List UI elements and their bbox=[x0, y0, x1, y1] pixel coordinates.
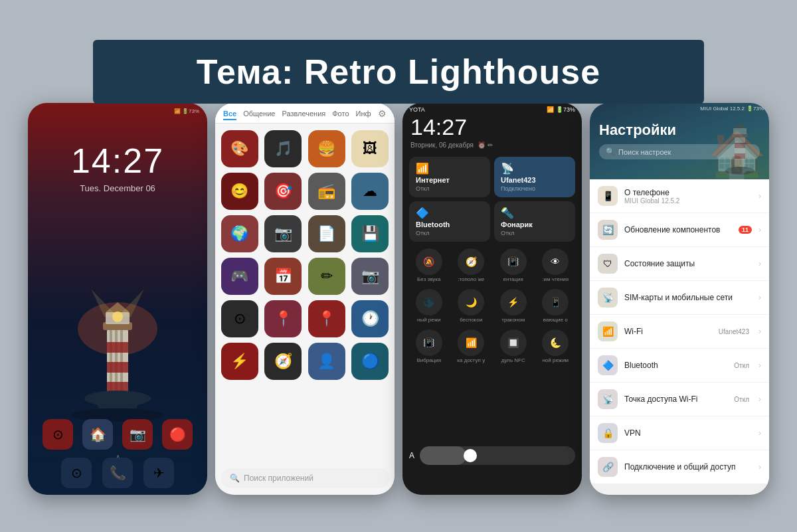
grid-app-19[interactable]: 📍 bbox=[308, 300, 345, 337]
grid-app-7[interactable]: 📻 bbox=[308, 173, 345, 210]
toggle-rotation[interactable]: 📳 ентация bbox=[493, 248, 533, 282]
grid-app-15[interactable]: ✏ bbox=[308, 258, 345, 295]
nfc-icon: 🔲 bbox=[500, 329, 527, 356]
grid-app-24[interactable]: 🔵 bbox=[351, 343, 389, 380]
toggle-nfc[interactable]: 🔲 дуль NFC bbox=[493, 329, 533, 363]
settings-updates[interactable]: 🔄 Обновление компонентов 11 › bbox=[590, 213, 769, 247]
phone1-dock: ⊙ 📞 ✈ bbox=[28, 458, 207, 488]
toggle-reading[interactable]: 👁 :им чтения bbox=[536, 248, 576, 282]
grid-app-13[interactable]: 🎮 bbox=[221, 258, 258, 295]
grid-app-20[interactable]: 🕐 bbox=[351, 300, 389, 337]
toggle-vibrate[interactable]: 📳 Вибрация bbox=[409, 329, 449, 363]
grid-app-22[interactable]: 🧭 bbox=[264, 343, 302, 380]
tile-bluetooth[interactable]: 🔷 Bluetooth Откл bbox=[409, 201, 490, 242]
tab-photo[interactable]: Фото bbox=[332, 108, 349, 120]
phone1-date: Tues. December 06 bbox=[28, 183, 207, 193]
grid-app-17[interactable]: ⊙ bbox=[221, 300, 258, 337]
phone3-carrier: YOTA bbox=[409, 106, 425, 113]
tile-wifi[interactable]: 📡 Ufanet423 Подключено bbox=[494, 157, 575, 197]
tile-flashlight[interactable]: 🔦 Фонарик Откл bbox=[494, 201, 575, 242]
grid-app-8[interactable]: ☁ bbox=[351, 173, 389, 210]
phone2-tabs: Все Общение Развлечения Фото Инф ⚙ bbox=[215, 103, 395, 124]
grid-app-2[interactable]: 🎵 bbox=[264, 130, 302, 167]
grid-app-21[interactable]: ⚡ bbox=[221, 343, 258, 380]
svg-rect-5 bbox=[107, 342, 128, 353]
hotspot-icon: 📶 bbox=[458, 329, 484, 356]
night-icon: 🌜 bbox=[542, 329, 569, 356]
app-search[interactable]: 🔍 Поиск приложений bbox=[221, 468, 389, 488]
battery-icon: ⚡ bbox=[500, 289, 527, 315]
grid-app-18[interactable]: 📍 bbox=[264, 300, 302, 337]
phone3-date-row: Вторник, 06 декабря ⏰ ✏ bbox=[402, 141, 582, 153]
brightness-bar[interactable] bbox=[420, 446, 575, 465]
tab-communication[interactable]: Общение bbox=[243, 108, 275, 120]
phone1-quick-apps: ⊙ 🏠 📷 🔴 bbox=[28, 419, 207, 450]
toggle-saver[interactable]: ⚡ траконом bbox=[493, 289, 533, 323]
grid-app-3[interactable]: 🍔 bbox=[308, 130, 345, 167]
settings-about[interactable]: 📱 О телефоне MIUI Global 12.5.2 › bbox=[590, 179, 769, 213]
grid-app-12[interactable]: 💾 bbox=[351, 215, 389, 252]
dock-icon-phone[interactable]: 📞 bbox=[102, 458, 133, 488]
app-icon-2[interactable]: 🏠 bbox=[82, 419, 113, 450]
tile-internet[interactable]: 📶 Интернет Откл bbox=[409, 157, 490, 197]
gear-icon[interactable]: ⚙ bbox=[378, 108, 387, 120]
silent-icon: 🔕 bbox=[416, 248, 442, 275]
tab-all[interactable]: Все bbox=[223, 108, 236, 120]
app-icon-3[interactable]: 📷 bbox=[122, 419, 153, 450]
settings-connection[interactable]: 🔗 Подключение и общий доступ › bbox=[590, 450, 769, 484]
phone3-time: 14:27 bbox=[410, 114, 467, 140]
dock-icon-camera[interactable]: ⊙ bbox=[61, 458, 92, 488]
phone3-icons: 📶 🔋73% bbox=[547, 106, 575, 113]
app-icon-4[interactable]: 🔴 bbox=[162, 419, 193, 450]
settings-hotspot[interactable]: 📡 Точка доступа Wi-Fi Откл › bbox=[590, 383, 769, 416]
grid-app-1[interactable]: 🎨 bbox=[221, 130, 258, 167]
page-title: Тема: Retro Lighthouse bbox=[120, 52, 677, 92]
tab-info[interactable]: Инф bbox=[356, 108, 371, 120]
phone-settings: MIUI Global 12.5.2 🔋73% 🏠 Настройки 🔍 bbox=[590, 103, 769, 495]
wifi-arrow: › bbox=[758, 327, 761, 336]
grid-app-10[interactable]: 📷 bbox=[264, 215, 302, 252]
toggle-location[interactable]: 🧭 :тополо же bbox=[452, 248, 491, 282]
toggle-dark[interactable]: 🌑 ный режи bbox=[409, 289, 449, 323]
brightness-label: А bbox=[409, 451, 414, 460]
grid-app-23[interactable]: 👤 bbox=[308, 343, 345, 380]
toggle-dnd[interactable]: 🌙 беспокои bbox=[452, 289, 491, 323]
tab-entertainment[interactable]: Развлечения bbox=[282, 108, 325, 120]
wifi-value: Ufanet423 bbox=[719, 328, 749, 335]
hotspot-arrow: › bbox=[758, 395, 761, 404]
notify-icon: 📱 bbox=[542, 289, 569, 315]
grid-app-14[interactable]: 📅 bbox=[264, 258, 302, 295]
toggle-hotspot[interactable]: 📶 ка доступ у bbox=[452, 329, 491, 363]
rotation-icon: 📳 bbox=[500, 248, 527, 275]
settings-list: 📱 О телефоне MIUI Global 12.5.2 › 🔄 Обно… bbox=[590, 179, 769, 484]
search-icon-settings: 🔍 bbox=[606, 147, 615, 156]
grid-app-16[interactable]: 📷 bbox=[351, 258, 389, 295]
search-icon: 🔍 bbox=[230, 474, 240, 483]
grid-app-9[interactable]: 🌍 bbox=[221, 215, 258, 252]
grid-app-6[interactable]: 🎯 bbox=[264, 173, 302, 210]
dock-icon-telegram[interactable]: ✈ bbox=[143, 458, 174, 488]
updates-arrow: › bbox=[758, 225, 761, 234]
grid-app-5[interactable]: 😊 bbox=[221, 173, 258, 210]
connection-icon: 🔗 bbox=[598, 457, 618, 477]
search-placeholder-text: Поиск приложений bbox=[244, 474, 313, 483]
app-icon-1[interactable]: ⊙ bbox=[43, 419, 73, 450]
grid-app-4[interactable]: 🖼 bbox=[351, 130, 389, 167]
settings-protection[interactable]: 🛡 Состояние защиты › bbox=[590, 247, 769, 281]
toggle-night[interactable]: 🌜 ной режим bbox=[536, 329, 576, 363]
toggle-notify[interactable]: 📱 вающие о bbox=[536, 289, 576, 323]
phones-row: 📶 🔋73% 14:27 Tues. December 06 bbox=[20, 103, 777, 512]
hotspot-settings-icon: 📡 bbox=[598, 389, 618, 409]
settings-vpn[interactable]: 🔒 VPN › bbox=[590, 416, 769, 450]
grid-app-11[interactable]: 📄 bbox=[308, 215, 345, 252]
settings-sim[interactable]: 📡 SIM-карты и мобильные сети › bbox=[590, 281, 769, 315]
toggle-silent[interactable]: 🔕 Без звука bbox=[409, 248, 449, 282]
svg-rect-18 bbox=[735, 143, 745, 148]
about-text: О телефоне MIUI Global 12.5.2 bbox=[624, 188, 752, 205]
vpn-icon: 🔒 bbox=[598, 423, 618, 443]
settings-wifi[interactable]: 📶 Wi-Fi Ufanet423 › bbox=[590, 315, 769, 349]
quick-toggles-3: 📳 Вибрация 📶 ка доступ у 🔲 дуль NFC 🌜 но… bbox=[402, 327, 582, 366]
settings-bluetooth[interactable]: 🔷 Bluetooth Откл › bbox=[590, 349, 769, 383]
hotspot-value: Откл bbox=[734, 396, 749, 403]
bluetooth-settings-icon: 🔷 bbox=[598, 355, 618, 375]
